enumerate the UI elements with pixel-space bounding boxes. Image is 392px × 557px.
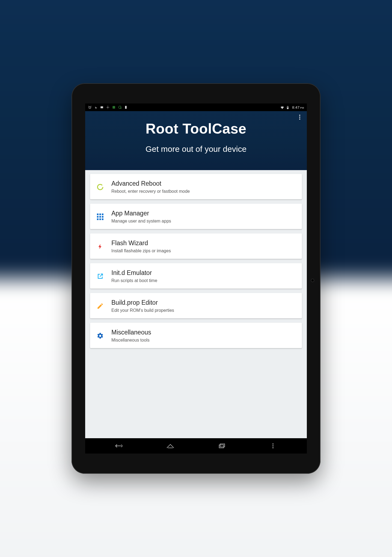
flash-icon — [96, 242, 104, 251]
svg-rect-1 — [100, 106, 103, 108]
svg-rect-6 — [287, 106, 288, 106]
svg-rect-7 — [287, 108, 288, 109]
overflow-icon — [299, 115, 300, 120]
clock-period: PM — [300, 106, 304, 109]
clock: 8:47PM — [292, 105, 304, 109]
menu-item-title: Build.prop Editor — [111, 299, 296, 306]
svg-point-8 — [97, 184, 103, 190]
usb-icon — [94, 105, 98, 109]
menu-item-flash-wizard[interactable]: Flash Wizard Install flashable zips or i… — [90, 233, 302, 259]
menu-item-app-manager[interactable]: App Manager Manage user and system apps — [90, 204, 302, 229]
sync-icon — [118, 105, 122, 109]
status-left — [88, 105, 128, 109]
app-title: Root ToolCase — [90, 120, 302, 137]
clock-time: 8:47 — [292, 105, 299, 109]
menu-item-title: Miscellaneous — [111, 329, 296, 336]
menu-item-subtitle: Miscellaneous tools — [111, 338, 296, 343]
svg-rect-3 — [112, 106, 115, 108]
menu-item-subtitle: Run scripts at boot time — [111, 278, 296, 283]
svg-point-2 — [107, 107, 108, 108]
app-icon — [112, 105, 116, 109]
app-header: Root ToolCase Get more out of your devic… — [85, 111, 307, 170]
edit-icon — [96, 302, 104, 310]
reboot-icon — [96, 183, 104, 191]
navigation-bar — [85, 438, 307, 454]
overflow-menu-button[interactable] — [296, 114, 303, 120]
device-screen: 8:47PM Root ToolCase Get more out of you… — [85, 103, 307, 454]
wifi-icon — [280, 105, 284, 109]
menu-item-subtitle: Install flashable zips or images — [111, 248, 296, 253]
back-button[interactable] — [113, 440, 125, 452]
home-button[interactable] — [164, 440, 176, 452]
overflow-icon — [272, 443, 274, 448]
svg-rect-9 — [219, 445, 224, 448]
location-icon — [106, 105, 110, 109]
battery-icon — [286, 105, 290, 109]
menu-item-subtitle: Edit your ROM's build properties — [111, 308, 296, 313]
status-right: 8:47PM — [280, 105, 304, 109]
alarm-icon — [88, 105, 92, 109]
menu-list: Advanced Reboot Reboot, enter recovery o… — [85, 170, 307, 438]
menu-item-subtitle: Reboot, enter recovery or fastboot mode — [111, 189, 296, 194]
menu-item-subtitle: Manage user and system apps — [111, 219, 296, 224]
menu-item-buildprop-editor[interactable]: Build.prop Editor Edit your ROM's build … — [90, 293, 302, 318]
recents-button[interactable] — [216, 440, 228, 452]
status-bar: 8:47PM — [85, 103, 307, 111]
menu-item-title: Flash Wizard — [111, 239, 296, 247]
menu-item-title: Advanced Reboot — [111, 180, 296, 187]
tablet-camera — [311, 278, 314, 282]
menu-item-miscellaneous[interactable]: Miscellaneous Miscellaneous tools — [90, 323, 302, 348]
menu-item-title: App Manager — [111, 210, 296, 217]
launch-icon — [96, 272, 104, 280]
notification-icon — [100, 105, 104, 109]
apps-icon — [96, 213, 104, 221]
menu-item-initd-emulator[interactable]: Init.d Emulator Run scripts at boot time — [90, 263, 302, 289]
nav-overflow-button[interactable] — [267, 440, 279, 452]
tablet-frame: 8:47PM Root ToolCase Get more out of you… — [72, 83, 320, 474]
menu-item-title: Init.d Emulator — [111, 269, 296, 277]
storage-icon — [124, 105, 128, 109]
app-subtitle: Get more out of your device — [90, 144, 302, 154]
svg-rect-4 — [125, 106, 127, 109]
gear-icon — [96, 332, 104, 340]
svg-rect-10 — [220, 444, 225, 447]
menu-item-advanced-reboot[interactable]: Advanced Reboot Reboot, enter recovery o… — [90, 174, 302, 199]
